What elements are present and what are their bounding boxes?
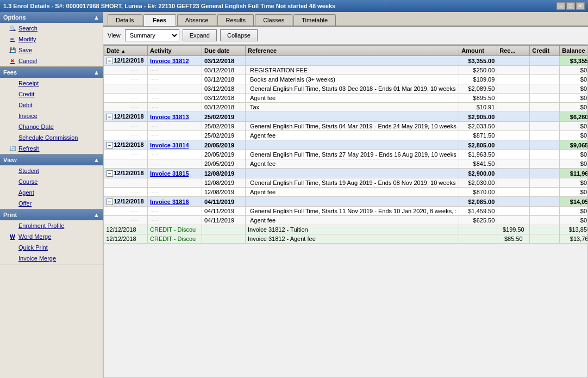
cell-balance: $0.00 (560, 216, 588, 225)
cell-rec: $199.50 (497, 225, 530, 234)
sidebar-item-receipt[interactable]: Receipt (0, 78, 103, 89)
cell-date: 12/12/2018 (104, 225, 148, 234)
cell-rec (497, 140, 530, 150)
tab-details[interactable]: Details (108, 14, 142, 26)
student-icon (9, 167, 16, 175)
cell-date: ····· (104, 84, 148, 94)
cell-date: ····· (104, 188, 148, 197)
collapse-button[interactable]: Collapse (220, 29, 258, 41)
cell-balance: $0.00 (560, 84, 588, 94)
sidebar-section-options-header[interactable]: Options ▲ (0, 12, 103, 23)
col-header-rec[interactable]: Rec... (497, 46, 530, 56)
sidebar-item-offer[interactable]: Offer (0, 198, 103, 209)
sidebar-item-change-date[interactable]: Change Date (0, 121, 103, 132)
cell-rec (497, 169, 530, 178)
cell-duedate: 12/08/2019 (202, 178, 246, 188)
cell-activity: ····· (148, 207, 202, 216)
sidebar-item-cancel[interactable]: ✖ Cancel (0, 55, 103, 66)
cell-rec: $85.50 (497, 234, 530, 244)
cell-date: ····· (104, 122, 148, 131)
sidebar-item-debit[interactable]: Debit (0, 100, 103, 110)
cell-rec (497, 216, 530, 225)
expand-button[interactable]: Expand (183, 29, 217, 41)
cell-activity: ····· (148, 150, 202, 159)
quick-print-icon (9, 244, 16, 251)
cell-balance: $0.00 (560, 159, 588, 169)
view-dropdown[interactable]: Summary Detail Compact (125, 29, 179, 41)
cell-date: ····· (104, 103, 148, 112)
view-label: View (108, 32, 121, 39)
maximize-button[interactable]: □ (566, 2, 575, 10)
collapse-toggle-icon[interactable]: − (107, 142, 113, 148)
sidebar-item-search[interactable]: 🔍 Search (0, 23, 103, 34)
cell-credit (530, 122, 560, 131)
table-row: ··········20/05/2019General English Full… (104, 150, 589, 159)
sidebar-item-invoice-merge[interactable]: Invoice Merge (0, 253, 103, 264)
table-row: ··········25/02/2019General English Full… (104, 122, 589, 131)
col-header-date[interactable]: Date (104, 46, 148, 56)
tab-timetable[interactable]: Timetable (293, 14, 336, 26)
table-row: −12/12/2018Invoice 3181604/11/2019$2,085… (104, 197, 589, 207)
sidebar: Options ▲ 🔍 Search ✏ Modify 💾 Save ✖ Can… (0, 12, 103, 378)
sidebar-section-fees-header[interactable]: Fees ▲ (0, 67, 103, 78)
sidebar-item-invoice[interactable]: Invoice (0, 110, 103, 121)
cell-balance: $11,965.( (560, 169, 588, 178)
sidebar-item-agent[interactable]: Agent (0, 187, 103, 198)
collapse-icon: ▲ (93, 14, 99, 21)
cell-activity: CREDIT - Discou (148, 234, 202, 244)
col-header-reference[interactable]: Reference (246, 46, 459, 56)
cell-amount: $895.50 (459, 94, 497, 103)
col-header-duedate[interactable]: Due date (202, 46, 246, 56)
collapse-toggle-icon[interactable]: − (107, 58, 113, 64)
tab-absence[interactable]: Absence (177, 14, 217, 26)
sidebar-section-print-header[interactable]: Print ▲ (0, 209, 103, 220)
schedule-commission-icon (9, 134, 16, 141)
sidebar-item-schedule-commission[interactable]: Schedule Commission (0, 132, 103, 143)
cell-amount: $3,355.00 (459, 56, 497, 66)
cell-credit (530, 140, 560, 150)
sidebar-item-refresh[interactable]: 🔄 Refresh (0, 143, 103, 154)
sidebar-section-view-header[interactable]: View ▲ (0, 154, 103, 165)
tab-results[interactable]: Results (217, 14, 254, 26)
cell-balance: $0.00 (560, 122, 588, 131)
sidebar-item-credit[interactable]: Credit (0, 89, 103, 100)
sidebar-section-options: Options ▲ 🔍 Search ✏ Modify 💾 Save ✖ Can… (0, 12, 103, 67)
cell-reference (246, 112, 459, 122)
cell-balance: $0.00 (560, 150, 588, 159)
sidebar-item-word-merge[interactable]: W Word Merge (0, 231, 103, 242)
cell-reference: Agent fee (246, 159, 459, 169)
cell-credit (530, 75, 560, 84)
sidebar-item-course[interactable]: Course (0, 176, 103, 187)
sidebar-item-save[interactable]: 💾 Save (0, 45, 103, 55)
cell-rec (497, 103, 530, 112)
cell-reference: Books and Materials (3+ weeks) (246, 75, 459, 84)
cell-activity: Invoice 31815 (148, 169, 202, 178)
minimize-button[interactable]: – (556, 2, 565, 10)
tab-fees[interactable]: Fees (143, 14, 176, 26)
collapse-toggle-icon[interactable]: − (107, 114, 113, 120)
cell-balance: $0.00 (560, 131, 588, 140)
cell-credit (530, 66, 560, 75)
col-header-amount[interactable]: Amount (459, 46, 497, 56)
col-header-balance[interactable]: Balance (560, 46, 588, 56)
cell-rec (497, 56, 530, 66)
sidebar-item-quick-print[interactable]: Quick Print (0, 242, 103, 253)
close-button[interactable]: ✕ (576, 2, 585, 10)
cell-rec (497, 112, 530, 122)
sidebar-item-student[interactable]: Student (0, 165, 103, 176)
tab-classes[interactable]: Classes (255, 14, 292, 26)
table-header-row: Date Activity Due date Reference Amount … (104, 46, 589, 56)
cell-rec (497, 84, 530, 94)
table-row: ··········04/11/2019Agent fee$625.50$0.0… (104, 216, 589, 225)
sidebar-item-enrolment-profile[interactable]: Enrolment Profile (0, 220, 103, 231)
cell-rec (497, 197, 530, 207)
col-header-credit[interactable]: Credit (530, 46, 560, 56)
sidebar-item-modify[interactable]: ✏ Modify (0, 34, 103, 45)
collapse-toggle-icon[interactable]: − (107, 199, 113, 205)
collapse-toggle-icon[interactable]: − (107, 170, 113, 177)
cell-duedate: 03/12/2018 (202, 84, 246, 94)
col-header-activity[interactable]: Activity (148, 46, 202, 56)
content-area: Details Fees Absence Results Classes Tim… (103, 12, 588, 378)
table-row: ··········04/11/2019General English Full… (104, 207, 589, 216)
cell-activity: ····· (148, 159, 202, 169)
